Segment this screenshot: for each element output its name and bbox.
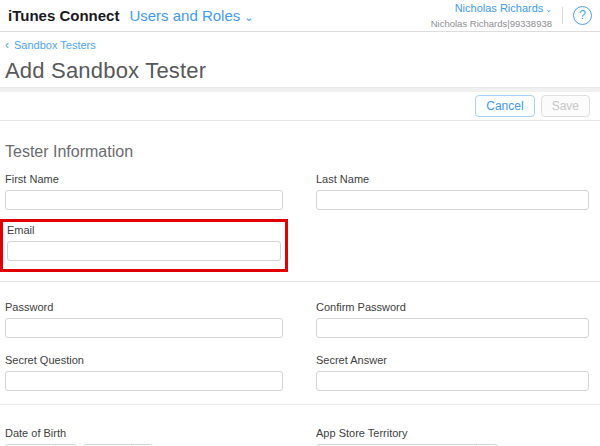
app-header: iTunes Connect Users and Roles ⌄ Nichola… [0,0,600,32]
page-title: Add Sandbox Tester [0,57,600,84]
account-name: Nicholas Richards [455,2,544,14]
name-row: First Name Last Name [5,173,589,210]
toolbar: Cancel Save [0,92,600,121]
chevron-down-icon: ⌄ [244,11,253,24]
confirm-password-field: Confirm Password [316,301,589,338]
date-of-birth-field: Date of Birth Month ⌄ Day ⌄ [5,427,283,446]
tester-form: Tester Information First Name Last Name … [0,142,600,446]
users-and-roles-menu[interactable]: Users and Roles ⌄ [129,7,253,24]
secret-answer-field: Secret Answer [316,354,589,391]
section-title: Tester Information [5,142,589,161]
secret-answer-input[interactable] [316,371,589,391]
last-name-input[interactable] [316,190,589,210]
email-row: Email [5,219,589,272]
password-row: Password Confirm Password [5,301,589,338]
date-of-birth-label: Date of Birth [5,427,283,440]
users-and-roles-label: Users and Roles [129,7,240,24]
form-divider [0,281,600,282]
territory-label: App Store Territory [316,427,589,440]
last-name-field: Last Name [316,173,589,210]
cancel-button[interactable]: Cancel [475,95,534,117]
password-label: Password [5,301,283,314]
app-title: iTunes Connect [8,7,119,24]
breadcrumb[interactable]: ‹ Sandbox Testers [0,32,96,52]
chevron-left-icon: ‹ [5,39,9,52]
birth-territory-row: Date of Birth Month ⌄ Day ⌄ App Store Te… [5,427,589,446]
breadcrumb-label: Sandbox Testers [14,39,96,52]
email-input[interactable] [7,241,281,261]
first-name-input[interactable] [5,190,283,210]
header-divider [562,7,563,24]
help-icon[interactable]: ? [573,6,592,25]
account-id: Nicholas Richards|99338938 [431,18,552,29]
header-right: Nicholas Richards⌄ Nicholas Richards|993… [431,1,592,30]
form-divider [0,404,600,405]
last-name-label: Last Name [316,173,589,186]
email-field: Email [5,219,283,272]
first-name-label: First Name [5,173,283,186]
account-menu[interactable]: Nicholas Richards⌄ Nicholas Richards|993… [431,1,552,30]
secret-answer-label: Secret Answer [316,354,589,367]
confirm-password-label: Confirm Password [316,301,589,314]
secret-row: Secret Question Secret Answer [5,354,589,391]
confirm-password-input[interactable] [316,318,589,338]
chevron-down-icon: ⌄ [545,5,552,14]
save-button[interactable]: Save [541,95,590,117]
territory-field: App Store Territory Choose ⌄ [316,427,589,446]
email-label: Email [7,224,281,237]
secret-question-input[interactable] [5,371,283,391]
secret-question-label: Secret Question [5,354,283,367]
password-field: Password [5,301,283,338]
first-name-field: First Name [5,173,283,210]
email-highlight-box: Email [0,219,288,272]
password-input[interactable] [5,318,283,338]
secret-question-field: Secret Question [5,354,283,391]
